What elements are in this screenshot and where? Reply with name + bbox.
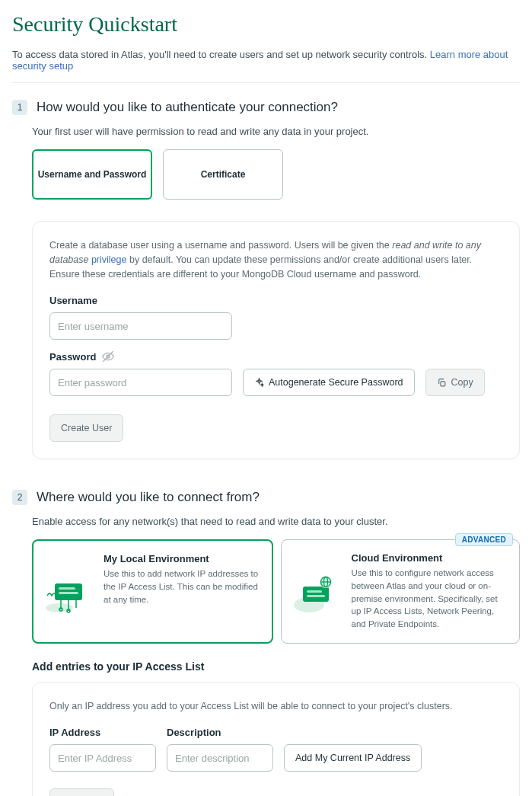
ip-address-col: IP Address bbox=[49, 727, 156, 772]
cloud-env-title: Cloud Environment bbox=[352, 552, 509, 564]
add-current-ip-button[interactable]: Add My Current IP Address bbox=[284, 744, 422, 772]
section-header-1: 1 How would you like to authenticate you… bbox=[12, 100, 520, 115]
section-sub-2: Enable access for any network(s) that ne… bbox=[32, 516, 520, 527]
password-row: Autogenerate Secure Password Copy bbox=[49, 369, 502, 396]
sparkle-icon bbox=[254, 378, 264, 388]
username-label: Username bbox=[49, 295, 502, 306]
eye-off-icon[interactable] bbox=[102, 350, 114, 363]
section-authenticate: 1 How would you like to authenticate you… bbox=[12, 100, 520, 459]
svg-rect-5 bbox=[59, 587, 75, 590]
autogenerate-button[interactable]: Autogenerate Secure Password bbox=[243, 369, 415, 396]
user-creation-card: Create a database user using a username … bbox=[32, 221, 520, 459]
page-title: Security Quickstart bbox=[12, 12, 520, 37]
section-connect: 2 Where would you like to connect from? … bbox=[12, 490, 520, 796]
auth-option-certificate[interactable]: Certificate bbox=[163, 149, 283, 200]
step-badge-2: 2 bbox=[12, 490, 27, 505]
password-label-text: Password bbox=[49, 351, 96, 363]
copy-button[interactable]: Copy bbox=[425, 369, 485, 396]
svg-rect-14 bbox=[307, 590, 322, 593]
section-header-2: 2 Where would you like to connect from? bbox=[12, 490, 520, 505]
section-title-1: How would you like to authenticate your … bbox=[37, 100, 338, 115]
local-env-desc: Use this to add network IP addresses to … bbox=[104, 567, 261, 606]
auth-option-userpass[interactable]: Username and Password bbox=[32, 149, 152, 200]
auth-options: Username and Password Certificate bbox=[32, 149, 520, 200]
user-card-text: Create a database user using a username … bbox=[49, 238, 502, 281]
intro-text-body: To access data stored in Atlas, you'll n… bbox=[12, 49, 430, 60]
env-option-local[interactable]: My Local Environment Use this to add net… bbox=[32, 539, 273, 643]
step-badge-1: 1 bbox=[12, 100, 27, 115]
copy-icon bbox=[437, 378, 447, 388]
local-env-icon bbox=[44, 553, 93, 629]
description-col: Description bbox=[167, 727, 273, 772]
description-label: Description bbox=[167, 727, 273, 738]
local-env-text: My Local Environment Use this to add net… bbox=[104, 553, 261, 629]
svg-rect-15 bbox=[307, 595, 325, 597]
ip-access-heading: Add entries to your IP Access List bbox=[32, 660, 520, 673]
add-entry-button[interactable]: Add Entry bbox=[49, 788, 114, 796]
ip-access-card: Only an IP address you add to your Acces… bbox=[32, 682, 520, 796]
privilege-link[interactable]: privilege bbox=[91, 254, 127, 265]
cloud-env-desc: Use this to configure network access bet… bbox=[352, 567, 509, 630]
copy-label: Copy bbox=[451, 377, 473, 388]
intro-text: To access data stored in Atlas, you'll n… bbox=[12, 49, 520, 83]
create-user-button[interactable]: Create User bbox=[49, 414, 123, 442]
description-input[interactable] bbox=[167, 744, 273, 772]
username-input[interactable] bbox=[49, 312, 232, 340]
section-sub-1: Your first user will have permission to … bbox=[32, 126, 520, 137]
local-env-title: My Local Environment bbox=[104, 553, 261, 564]
svg-rect-2 bbox=[440, 382, 444, 386]
card-text-pre: Create a database user using a username … bbox=[49, 240, 392, 251]
password-input[interactable] bbox=[49, 369, 232, 396]
autogenerate-label: Autogenerate Secure Password bbox=[269, 377, 403, 388]
ip-address-input[interactable] bbox=[49, 744, 156, 772]
env-option-cloud[interactable]: ADVANCED Cloud Environment Use this to c… bbox=[281, 539, 521, 643]
add-current-col: Add My Current IP Address bbox=[284, 727, 422, 772]
env-options: My Local Environment Use this to add net… bbox=[32, 539, 520, 643]
password-label: Password bbox=[49, 350, 502, 363]
svg-rect-13 bbox=[303, 587, 329, 602]
advanced-badge: ADVANCED bbox=[455, 533, 513, 546]
ip-entry-row: IP Address Description Add My Current IP… bbox=[49, 727, 502, 772]
cloud-env-icon bbox=[292, 552, 341, 630]
ip-card-text: Only an IP address you add to your Acces… bbox=[49, 699, 502, 714]
cloud-env-text: Cloud Environment Use this to configure … bbox=[352, 552, 509, 630]
section-title-2: Where would you like to connect from? bbox=[37, 490, 260, 505]
svg-rect-6 bbox=[59, 592, 78, 594]
ip-address-label: IP Address bbox=[49, 727, 156, 738]
